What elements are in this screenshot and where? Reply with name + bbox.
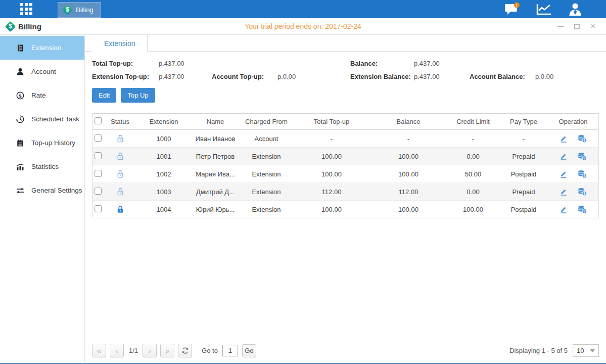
topup-icon[interactable]: $ [577, 152, 587, 161]
sidebar-item-scheduled-task[interactable]: Scheduled Task [0, 107, 84, 131]
minimize-button[interactable] [556, 22, 565, 30]
total-topup-cell: 100.00 [293, 165, 370, 183]
page-indicator: 1/1 [129, 347, 138, 354]
sidebar-item-label: General Settings [31, 187, 82, 194]
extension-topup-label: Extension Top-up: [92, 73, 159, 80]
balance-summary: Total Top-up: p.437.00 Balance: p.437.00… [92, 60, 599, 80]
pagination-bar: « ‹ 1/1 › » Go to Go Displaying [92, 344, 599, 357]
extension-cell: 1000 [136, 130, 191, 148]
refresh-icon[interactable] [178, 344, 192, 357]
sidebar-item-statistics[interactable]: Statistics [0, 155, 84, 178]
tab-bar: Extension [85, 35, 606, 52]
row-checkbox[interactable] [95, 170, 102, 177]
scheduled-task-icon [16, 115, 25, 124]
sidebar-item-rate[interactable]: $Rate [0, 83, 84, 107]
unlocked-icon [116, 134, 125, 143]
column-header-name: Name [191, 114, 240, 130]
topup-icon[interactable]: $ [577, 134, 587, 143]
edit-icon[interactable] [559, 205, 568, 214]
svg-text:$: $ [584, 139, 586, 143]
balance-value: p.437.00 [414, 60, 470, 67]
extension-topup-value: p.437.00 [159, 73, 212, 80]
rate-icon: $ [16, 91, 25, 100]
edit-icon[interactable] [559, 187, 568, 196]
column-header-extension: Extension [136, 114, 191, 130]
credit-limit-cell: 50.00 [447, 165, 499, 183]
topup-icon[interactable]: $ [577, 205, 587, 214]
name-cell: Дмитрий Д... [191, 183, 240, 201]
column-header-status: Status [104, 114, 136, 130]
next-page-button[interactable]: › [143, 344, 157, 357]
account-topup-label: Account Top-up: [212, 73, 277, 80]
extension-cell: 1004 [136, 201, 191, 218]
window-title: Billing [18, 22, 41, 31]
table-row[interactable]: 1003Дмитрий Д...Extension112.00112.000.0… [92, 183, 598, 201]
unlocked-icon [116, 169, 125, 178]
topup-icon[interactable]: $ [577, 169, 587, 178]
svg-text:!: ! [516, 3, 518, 8]
goto-page-input[interactable] [222, 345, 238, 356]
edit-icon[interactable] [559, 152, 568, 161]
sidebar-item-extension[interactable]: Extension [0, 36, 84, 60]
topup-icon[interactable]: $ [577, 187, 587, 196]
topup-button[interactable]: Top Up [121, 88, 155, 103]
column-header-charged-from: Charged From [240, 114, 293, 130]
total-topup-value: p.437.00 [159, 60, 212, 67]
unlocked-icon [116, 187, 125, 196]
svg-text:$: $ [584, 192, 586, 196]
row-checkbox[interactable] [95, 205, 102, 212]
table-row[interactable]: 1001Петр ПетровExtension100.00100.000.00… [92, 148, 598, 165]
column-header-balance: Balance [370, 114, 447, 130]
sidebar-item-account[interactable]: Account [0, 60, 84, 83]
user-icon[interactable] [568, 2, 583, 16]
page-size-select[interactable]: 10 [573, 344, 599, 357]
edit-button[interactable]: Edit [92, 88, 116, 103]
trial-notice: Your trial period ends on: 2017-02-24 [0, 22, 606, 30]
svg-text:$: $ [584, 156, 586, 160]
table-row[interactable]: 1002Мария Ива...Extension100.00100.0050.… [92, 165, 598, 183]
svg-text:$: $ [584, 209, 586, 213]
last-page-button[interactable]: » [160, 344, 174, 357]
balance-cell: - [370, 130, 447, 148]
goto-label: Go to [202, 347, 218, 354]
column-header-pay-type: Pay Type [499, 114, 548, 130]
sidebar-item-top-up-history[interactable]: Top-up History [0, 131, 84, 155]
messages-icon[interactable]: ! [504, 2, 520, 16]
column-header-total-top-up: Total Top-up [293, 114, 370, 130]
edit-icon[interactable] [559, 134, 568, 143]
pay-type-cell: Postpaid [499, 165, 548, 183]
first-page-button[interactable]: « [92, 344, 106, 357]
prev-page-button[interactable]: ‹ [110, 344, 124, 357]
table-row[interactable]: 1004Юрий Юрь...Extension100.00100.00100.… [92, 201, 598, 218]
page-size-value: 10 [577, 347, 584, 354]
total-topup-label: Total Top-up: [92, 60, 159, 67]
sidebar-item-general-settings[interactable]: General Settings [0, 178, 84, 202]
pay-type-cell: - [499, 130, 548, 148]
row-checkbox[interactable] [95, 134, 102, 142]
extension-cell: 1003 [136, 183, 191, 201]
select-all-checkbox[interactable] [95, 117, 102, 124]
total-topup-cell: 112.00 [293, 183, 370, 201]
account-topup-value: p.0.00 [277, 73, 350, 80]
maximize-button[interactable] [573, 22, 581, 30]
close-button[interactable]: × [589, 22, 597, 30]
pay-type-cell: Prepaid [499, 183, 548, 201]
tab-extension[interactable]: Extension [92, 35, 148, 52]
taskbar-billing-tab[interactable]: $ Billing [58, 2, 101, 18]
sidebar-item-label: Rate [31, 92, 46, 99]
edit-icon[interactable] [559, 169, 568, 178]
statistics-icon [16, 162, 25, 171]
main-content: Extension Total Top-up: p.437.00 Balance… [85, 35, 606, 363]
go-button[interactable]: Go [242, 344, 256, 357]
table-row[interactable]: 1000Иван ИвановAccount----$ [92, 130, 598, 148]
sidebar: ExtensionAccount$RateScheduled TaskTop-u… [0, 35, 85, 363]
topup-history-icon [16, 139, 25, 148]
statistics-chart-icon[interactable] [535, 2, 552, 16]
account-icon [16, 67, 25, 76]
displaying-text: Displaying 1 - 5 of 5 [509, 347, 568, 354]
row-checkbox[interactable] [95, 152, 102, 159]
sidebar-item-label: Scheduled Task [31, 115, 79, 123]
row-checkbox[interactable] [95, 188, 102, 195]
charged-from-cell: Extension [240, 148, 293, 165]
apps-grid-icon[interactable] [16, 0, 36, 18]
